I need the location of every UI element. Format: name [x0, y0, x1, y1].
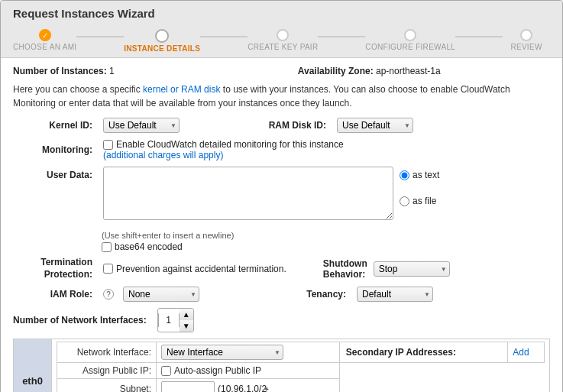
wizard-header: Request Instances Wizard ✓ CHOOSE AN AMI… [1, 1, 562, 58]
az-value: ap-northeast-1a [376, 66, 441, 76]
user-data-hints: (Use shift+enter to insert a newline) ba… [102, 231, 550, 252]
user-data-section: as text as file [103, 167, 461, 220]
termination-checkbox-text: Prevention against accidental terminatio… [116, 264, 286, 274]
kernel-ram-row: Kernel ID: Use Default RAM Disk ID: Use … [13, 118, 550, 133]
shutdown-select[interactable]: Stop [374, 261, 450, 277]
description-text: Here you can choose a specific kernel or… [13, 83, 550, 110]
kernel-select-wrapper: Use Default [103, 118, 180, 133]
assign-ip-value: Auto-assign Public IP [157, 363, 340, 379]
base64-checkbox[interactable] [102, 242, 112, 252]
wizard-steps: ✓ CHOOSE AN AMI INSTANCE DETAILS CREATE … [13, 26, 550, 57]
network-interface-table: eth0 Network Interface: New Interface [13, 339, 550, 392]
wizard-container: Request Instances Wizard ✓ CHOOSE AN AMI… [0, 0, 563, 392]
secondary-ip-cell: Secondary IP Addresses: [339, 342, 508, 363]
tenancy-label-text: Tenancy: [306, 289, 346, 300]
tenancy-section: Tenancy: Default [267, 287, 433, 302]
step-choose-ami[interactable]: ✓ CHOOSE AN AMI [13, 29, 76, 51]
ram-disk-select[interactable]: Use Default [337, 118, 413, 133]
ni-field-label: Network Interface: [57, 342, 157, 363]
step-label-2: INSTANCE DETAILS [124, 44, 200, 53]
as-file-radio-label[interactable]: as file [400, 196, 436, 206]
num-network-decrement[interactable]: ▼ [180, 320, 193, 332]
connector-3 [318, 36, 365, 37]
iam-select[interactable]: None [123, 287, 199, 302]
num-network-label: Number of Network Interfaces: [13, 315, 151, 326]
subnet-hint: (10.96.1.0/2· [218, 384, 269, 392]
step-circle-3 [277, 29, 289, 41]
num-network-stepper: 1 ▲ ▼ [157, 308, 194, 332]
termination-label: TerminationProtection: [13, 257, 97, 280]
subnet-value: (10.96.1.0/2· [157, 379, 340, 392]
kernel-ram-link[interactable]: kernel or RAM disk [143, 84, 220, 95]
monitoring-content: Enable CloudWatch detailed monitoring fo… [103, 139, 344, 160]
assign-ip-label: Assign Public IP: [57, 363, 157, 379]
as-text-label: as text [413, 170, 439, 180]
tenancy-select-wrapper: Default [357, 287, 433, 302]
termination-checkbox[interactable] [103, 264, 113, 274]
ni-select[interactable]: New Interface [161, 345, 283, 360]
ram-disk-label: RAM Disk ID: [247, 120, 331, 131]
num-instances-info: Number of Instances: 1 [13, 66, 115, 76]
base64-label: base64 encoded [115, 241, 183, 252]
monitoring-checkbox[interactable] [103, 140, 113, 150]
termination-checkbox-label[interactable]: Prevention against accidental terminatio… [103, 264, 286, 274]
num-network-increment[interactable]: ▲ [180, 309, 193, 320]
step-circle-1: ✓ [39, 29, 51, 41]
kernel-select[interactable]: Use Default [103, 118, 180, 133]
add-link[interactable]: Add [513, 347, 529, 358]
monitoring-checkbox-text: Enable CloudWatch detailed monitoring fo… [116, 139, 344, 150]
step-label-1: CHOOSE AN AMI [13, 43, 76, 51]
as-text-radio-label[interactable]: as text [400, 170, 439, 180]
assign-ip-checkbox-text: Auto-assign Public IP [174, 365, 261, 376]
user-data-row: User Data: as text as file [13, 167, 550, 225]
secondary-ip-label: Secondary IP Addresses: [346, 347, 456, 358]
instance-info-row: Number of Instances: 1 Availability Zone… [13, 66, 550, 76]
user-data-label: User Data: [13, 167, 97, 180]
monitoring-label: Monitoring: [13, 144, 97, 155]
kernel-id-label: Kernel ID: [13, 120, 97, 131]
step-label-4: CONFIGURE FIREWALL [365, 43, 455, 51]
iam-help-icon[interactable]: ? [103, 289, 114, 300]
connector-4 [455, 36, 503, 37]
step-configure-firewall[interactable]: CONFIGURE FIREWALL [365, 29, 455, 51]
step-label-5: REVIEW [510, 43, 542, 51]
termination-row: TerminationProtection: Prevention agains… [13, 257, 550, 280]
monitoring-checkbox-label: Enable CloudWatch detailed monitoring fo… [103, 139, 344, 150]
as-file-radio[interactable] [400, 196, 409, 206]
ram-disk-select-wrapper: Use Default [337, 118, 413, 133]
shutdown-select-wrapper: Stop [374, 261, 450, 277]
wizard-body: Number of Instances: 1 Availability Zone… [1, 58, 562, 392]
shutdown-label: ShutdownBehavior: [323, 258, 367, 280]
network-table-row: eth0 Network Interface: New Interface [14, 339, 550, 392]
step-circle-5 [520, 29, 532, 41]
step-instance-details[interactable]: INSTANCE DETAILS [124, 29, 200, 53]
iam-tenancy-row: IAM Role: ? None Tenancy: Default [13, 287, 550, 302]
network-inner-table: Network Interface: New Interface Seconda… [57, 342, 545, 392]
network-interface-row: Network Interface: New Interface Seconda… [52, 339, 550, 392]
connector-1 [76, 36, 124, 37]
az-label: Availability Zone: [298, 66, 374, 76]
add-link-cell: Add [508, 342, 545, 363]
tenancy-select[interactable]: Default [357, 287, 433, 302]
iam-label: IAM Role: [13, 289, 97, 300]
step-circle-4 [404, 29, 416, 41]
step-circle-2 [155, 29, 169, 43]
iam-label-text: IAM Role: [50, 289, 92, 300]
az-info: Availability Zone: ap-northeast-1a [298, 66, 441, 76]
subnet-content: (10.96.1.0/2· [161, 381, 335, 392]
base64-checkbox-label: base64 encoded [102, 241, 550, 252]
assign-ip-checkbox-label[interactable]: Auto-assign Public IP [161, 365, 335, 376]
step-create-key-pair[interactable]: CREATE KEY PAIR [248, 29, 318, 51]
subnet-input[interactable] [161, 381, 215, 392]
monitoring-row: Monitoring: Enable CloudWatch detailed m… [13, 139, 550, 160]
step-review[interactable]: REVIEW [503, 29, 550, 51]
as-text-radio[interactable] [400, 170, 409, 180]
num-instances-value: 1 [109, 66, 115, 76]
num-network-value: 1 [158, 313, 180, 327]
ni-select-wrapper: New Interface [161, 345, 283, 360]
shutdown-label-text: ShutdownBehavior: [323, 258, 367, 280]
shift-enter-hint: (Use shift+enter to insert a newline) [102, 231, 550, 240]
assign-ip-checkbox[interactable] [161, 366, 171, 376]
user-data-textarea[interactable] [103, 167, 393, 220]
assign-ip-row: Assign Public IP: Auto-assign Public IP [57, 363, 545, 379]
